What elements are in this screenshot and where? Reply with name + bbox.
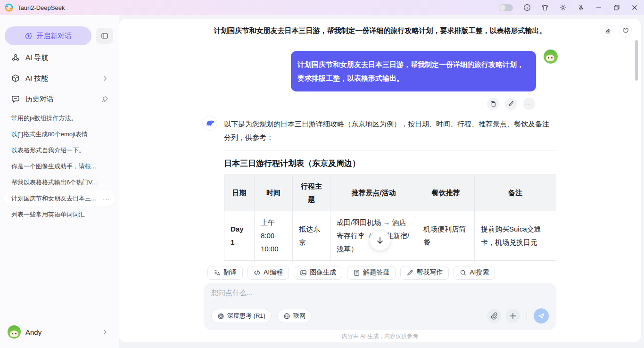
history-chat-icon: [11, 95, 20, 103]
chat-card: 计划国庆节和女朋友去日本三日游，帮我制定一份详细的旅行攻略计划，要求排版工整，以…: [119, 19, 641, 342]
theme-toggle[interactable]: [499, 4, 513, 11]
vertical-scrollbar[interactable]: [635, 40, 638, 81]
itinerary-table-title: 日本三日游行程计划表（东京及周边）: [224, 158, 556, 169]
deep-think-icon: [217, 313, 224, 320]
message-actions: ···: [202, 98, 558, 110]
chip-label: AI编程: [264, 268, 283, 277]
composer-divider: [527, 312, 527, 320]
chevron-right-icon: [101, 75, 108, 82]
history-item-more-icon[interactable]: ···: [103, 195, 110, 202]
composer-box[interactable]: 深度思考 (R1) 联网: [204, 283, 556, 330]
info-icon[interactable]: [523, 4, 531, 11]
new-chat-button[interactable]: 开启新对话: [5, 26, 91, 45]
history-item[interactable]: 帮我以表格格式输出6个热门V...: [0, 174, 119, 191]
user-name: Andy: [25, 328, 41, 336]
quick-action-chips: 翻译 AI编程 图像生成 解题答疑: [119, 262, 641, 283]
chat-header: 计划国庆节和女朋友去日本三日游，帮我制定一份详细的旅行攻略计划，要求排版工整，以…: [119, 19, 641, 42]
cell-time: 上午 8:00-10:00: [255, 211, 293, 261]
ai-intro-text: 以下是为您规划的日本三日游详细攻略（东京地区为例），按日期、时间、行程、推荐景点…: [224, 116, 556, 144]
chip-translate[interactable]: 翻译: [207, 266, 243, 280]
history-item-label: 计划国庆节和女朋友去日本三...: [11, 194, 96, 203]
table-header-row: 日期 时间 行程主题 推荐景点/活动 餐饮推荐 备注: [224, 175, 556, 211]
theme-toggle-knob: [499, 5, 505, 11]
user-message-bubble: 计划国庆节和女朋友去日本三日游，帮我制定一份详细的旅行攻略计划，要求排版工整，以…: [291, 51, 536, 91]
sidebar-nav: AI 导航 AI 技能 历史对话: [0, 47, 119, 109]
titlebar: Tauri2-DeepSeek: [0, 0, 644, 15]
tauri-logo-icon: [5, 3, 13, 12]
chip-help-me-write[interactable]: 帮我写作: [400, 266, 449, 280]
cell-notes: 提前购买Suica交通卡，机场兑换日元: [475, 211, 556, 261]
chip-ai-search[interactable]: AI搜索: [454, 266, 495, 280]
chip-ai-coding[interactable]: AI编程: [248, 266, 289, 280]
collapse-sidebar-button[interactable]: [96, 28, 113, 44]
image-icon: [300, 269, 307, 276]
chip-homework-help[interactable]: 解题答疑: [347, 266, 396, 280]
arrow-down-icon: [376, 236, 384, 245]
add-button[interactable]: [506, 309, 520, 323]
sidebar-item-ai-skills[interactable]: AI 技能: [0, 68, 119, 89]
favorite-button[interactable]: [619, 25, 632, 37]
chip-image-generation[interactable]: 图像生成: [294, 266, 342, 280]
sidebar-item-history[interactable]: 历史对话: [0, 89, 119, 109]
col-header-theme: 行程主题: [293, 175, 330, 211]
app-title: Tauri2-DeepSeek: [17, 4, 65, 11]
chip-label: 帮我写作: [416, 268, 443, 277]
history-item-label: 常用的js数组操作方法。: [11, 114, 77, 123]
history-item[interactable]: 以表格形式自我介绍一下。: [0, 142, 119, 158]
translate-icon: [214, 269, 221, 276]
sidebar-item-ai-nav[interactable]: AI 导航: [0, 47, 119, 68]
clear-history-broom-icon[interactable]: [101, 96, 108, 103]
history-list: 常用的js数组操作方法。 以['']格式生成80个emoji表情 以表格形式自我…: [0, 110, 119, 223]
send-button[interactable]: [534, 308, 549, 323]
search-icon: [460, 269, 467, 276]
user-message-avatar: [544, 50, 558, 64]
col-header-time: 时间: [255, 175, 293, 211]
col-header-food: 餐饮推荐: [417, 175, 475, 211]
col-header-notes: 备注: [475, 175, 556, 211]
history-item-active[interactable]: 计划国庆节和女朋友去日本三... ···: [4, 191, 115, 207]
cell-food: 机场便利店简餐: [417, 211, 475, 261]
chat-scroll-area[interactable]: 计划国庆节和女朋友去日本三日游，帮我制定一份详细的旅行攻略计划，要求排版工整，以…: [119, 42, 641, 262]
user-message-row: 计划国庆节和女朋友去日本三日游，帮我制定一份详细的旅行攻略计划，要求排版工整，以…: [202, 51, 558, 91]
close-button[interactable]: [631, 4, 638, 11]
settings-gear-icon[interactable]: [559, 4, 567, 11]
history-item-label: 以['']格式生成80个emoji表情: [11, 130, 88, 139]
cell-date: Day 1: [224, 211, 255, 261]
history-item[interactable]: 以['']格式生成80个emoji表情: [0, 126, 119, 142]
divider: [224, 150, 556, 150]
user-avatar: [8, 325, 21, 339]
share-button[interactable]: [602, 25, 614, 37]
theme-skin-icon[interactable]: [541, 4, 549, 11]
pencil-icon: [508, 100, 514, 107]
user-account-row[interactable]: Andy: [0, 322, 119, 342]
send-icon: [537, 312, 545, 320]
more-actions-button[interactable]: ···: [523, 98, 535, 110]
document-question-icon: [353, 269, 360, 276]
maximize-restore-button[interactable]: [613, 4, 620, 11]
attach-file-button[interactable]: [487, 309, 501, 323]
minimize-button[interactable]: [595, 4, 603, 11]
table-row: Day 1 上午 8:00-10:00 抵达东京 成田/羽田机场 → 酒店寄存行…: [224, 211, 556, 261]
web-search-toggle[interactable]: 联网: [277, 309, 312, 323]
history-item[interactable]: 列表一些常用英语单词词汇: [0, 207, 119, 223]
deep-think-toggle[interactable]: 深度思考 (R1): [211, 309, 272, 323]
edit-message-button[interactable]: [505, 98, 517, 110]
sidebar-item-label: AI 技能: [25, 74, 48, 83]
pin-icon[interactable]: [577, 4, 585, 11]
copy-message-button[interactable]: [487, 98, 499, 110]
collapse-sidebar-icon: [101, 32, 108, 40]
sidebar-item-label: 历史对话: [25, 95, 54, 104]
web-search-label: 联网: [293, 312, 305, 320]
history-item[interactable]: 你是一个图像生成助手，请根...: [0, 158, 119, 174]
chevron-right-icon: [101, 329, 108, 336]
history-item[interactable]: 常用的js数组操作方法。: [0, 110, 119, 126]
col-header-spots: 推荐景点/活动: [330, 175, 417, 211]
prompt-input[interactable]: [211, 289, 549, 297]
chip-label: 翻译: [223, 268, 237, 277]
globe-icon: [283, 313, 290, 320]
ai-skills-cube-icon: [11, 74, 20, 83]
chip-label: 图像生成: [310, 268, 336, 277]
ai-disclaimer: 内容由 AI 生成，内容仅供参考: [119, 330, 641, 342]
chip-label: AI搜索: [470, 268, 489, 277]
scroll-to-bottom-button[interactable]: [370, 230, 390, 251]
